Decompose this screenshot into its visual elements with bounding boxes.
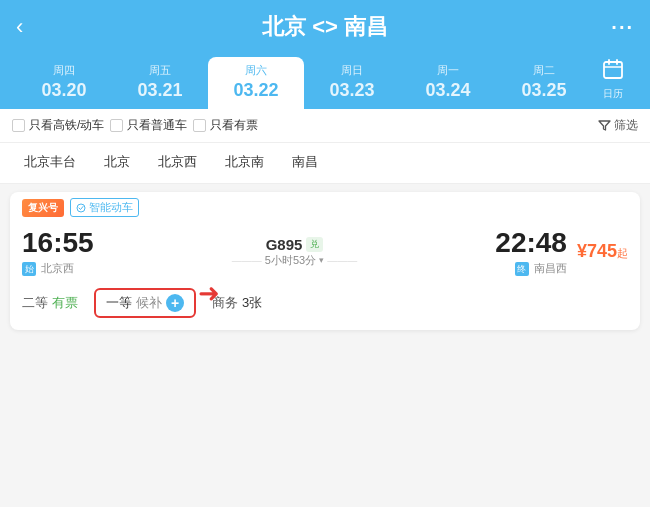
date-tab-sun[interactable]: 周日 03.23 [304, 57, 400, 109]
date-label: 03.21 [137, 80, 182, 101]
first-class-plus-button[interactable]: + [166, 294, 184, 312]
duration-row: ——— 5小时53分 ▾ ——— [232, 253, 357, 268]
ticket-row: ➜ 二等 有票 一等 候补 + 商务 3张 [10, 280, 640, 330]
dow-label: 周二 [533, 63, 555, 78]
train-badges: 复兴号 智能动车 [10, 192, 640, 219]
arrive-label: 终 [515, 262, 529, 276]
dropdown-icon[interactable]: ▾ [319, 255, 324, 265]
filter-row: 只看高铁/动车 只看普通车 只看有票 筛选 [0, 109, 650, 143]
date-tabs: 周四 03.20 周五 03.21 周六 03.22 周日 03.23 周一 0… [16, 52, 634, 109]
dow-label: 周六 [245, 63, 267, 78]
arrive-time: 22:48 [495, 227, 567, 259]
train-arrive: 22:48 终 南昌西 [495, 227, 567, 276]
price-amount: ¥745 [577, 241, 617, 261]
first-class-status: 候补 [136, 294, 162, 312]
date-tab-mon[interactable]: 周一 03.24 [400, 57, 496, 109]
smart-badge: 智能动车 [70, 198, 139, 217]
back-button[interactable]: ‹ [16, 14, 52, 40]
station-tabs: 北京丰台 北京 北京西 北京南 南昌 [0, 143, 650, 184]
station-tab-south[interactable]: 北京南 [211, 143, 278, 183]
train-card: 复兴号 智能动车 16:55 始 北京西 G895 [10, 192, 640, 330]
depart-label: 始 [22, 262, 36, 276]
header: ‹ 北京 <> 南昌 ··· 周四 03.20 周五 03.21 周六 03.2… [0, 0, 650, 109]
business-count: 3张 [242, 294, 262, 312]
line-right: ——— [327, 255, 357, 266]
date-tab-thu[interactable]: 周四 03.20 [16, 57, 112, 109]
train-middle: G895 兑 ——— 5小时53分 ▾ ——— [94, 236, 496, 268]
filter-highspeed-checkbox[interactable] [12, 119, 25, 132]
depart-station-name: 北京西 [41, 262, 74, 274]
svg-rect-0 [604, 62, 622, 78]
train-price: ¥745起 [577, 241, 628, 262]
funnel-icon [598, 119, 611, 132]
calendar-label: 日历 [603, 87, 623, 101]
train-mileage-badge: 兑 [306, 237, 323, 252]
second-class-status: 有票 [52, 294, 78, 312]
depart-station: 始 北京西 [22, 261, 94, 276]
dow-label: 周日 [341, 63, 363, 78]
date-label: 03.20 [41, 80, 86, 101]
duration-text: 5小时53分 [265, 253, 316, 268]
filter-highspeed[interactable]: 只看高铁/动车 [12, 117, 104, 134]
depart-time: 16:55 [22, 227, 94, 259]
date-label: 03.23 [329, 80, 374, 101]
more-button[interactable]: ··· [598, 16, 634, 39]
second-class-label: 二等 [22, 294, 48, 312]
date-tab-tue[interactable]: 周二 03.25 [496, 57, 592, 109]
svg-point-4 [77, 204, 85, 212]
filter-normal-checkbox[interactable] [110, 119, 123, 132]
ticket-second[interactable]: 二等 有票 [22, 294, 78, 312]
first-class-label: 一等 [106, 294, 132, 312]
filter-available-label: 只看有票 [210, 117, 258, 134]
date-label: 03.22 [233, 80, 278, 101]
calendar-button[interactable]: 日历 [592, 52, 634, 109]
station-tab-fengtai[interactable]: 北京丰台 [10, 143, 90, 183]
dow-label: 周一 [437, 63, 459, 78]
page-title: 北京 <> 南昌 [52, 12, 598, 42]
train-main-row: 16:55 始 北京西 G895 兑 ——— 5小时53分 ▾ ——— [10, 219, 640, 280]
arrive-station-name: 南昌西 [534, 262, 567, 274]
station-tab-nanchang[interactable]: 南昌 [278, 143, 332, 183]
date-tab-sat[interactable]: 周六 03.22 [208, 57, 304, 109]
calendar-icon [602, 58, 624, 85]
date-label: 03.24 [425, 80, 470, 101]
arrive-station: 终 南昌西 [495, 261, 567, 276]
filter-normal[interactable]: 只看普通车 [110, 117, 187, 134]
train-number-row: G895 兑 [266, 236, 324, 253]
line-left: ——— [232, 255, 262, 266]
price-suffix: 起 [617, 247, 628, 259]
filter-available-checkbox[interactable] [193, 119, 206, 132]
train-number: G895 [266, 236, 303, 253]
smart-label: 智能动车 [89, 200, 133, 215]
date-tab-fri[interactable]: 周五 03.21 [112, 57, 208, 109]
filter-button[interactable]: 筛选 [598, 117, 638, 134]
train-depart: 16:55 始 北京西 [22, 227, 94, 276]
red-arrow-icon: ➜ [198, 278, 220, 309]
filter-normal-label: 只看普通车 [127, 117, 187, 134]
filter-label: 筛选 [614, 117, 638, 134]
filter-highspeed-label: 只看高铁/动车 [29, 117, 104, 134]
app-container: ‹ 北京 <> 南昌 ··· 周四 03.20 周五 03.21 周六 03.2… [0, 0, 650, 330]
smart-icon [76, 203, 86, 213]
filter-available[interactable]: 只看有票 [193, 117, 258, 134]
dow-label: 周四 [53, 63, 75, 78]
station-tab-beijing[interactable]: 北京 [90, 143, 144, 183]
arrow-container: ➜ [198, 278, 220, 309]
fuxing-badge: 复兴号 [22, 199, 64, 217]
dow-label: 周五 [149, 63, 171, 78]
station-tab-west[interactable]: 北京西 [144, 143, 211, 183]
date-label: 03.25 [521, 80, 566, 101]
ticket-first-box[interactable]: 一等 候补 + [94, 288, 196, 318]
